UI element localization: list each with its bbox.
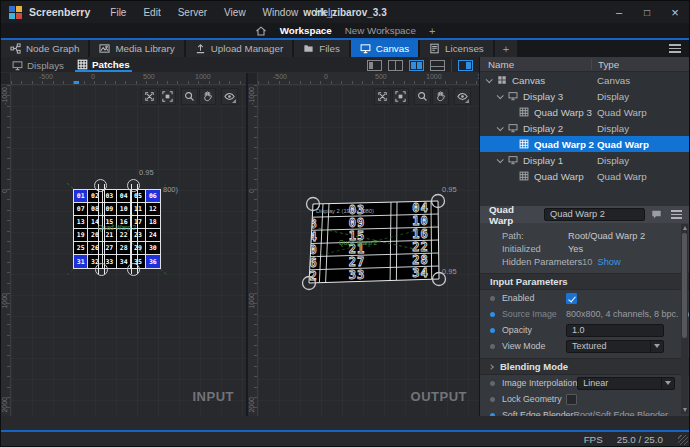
section-title: Input Parameters: [490, 276, 568, 287]
tab-node-graph[interactable]: Node Graph: [1, 40, 88, 57]
display-icon: [508, 155, 518, 165]
output-canvas[interactable]: 03048091041516021226272823334 Display 2 …: [258, 85, 479, 416]
zoom-button[interactable]: [181, 88, 198, 105]
visibility-button[interactable]: [221, 88, 238, 105]
menu-icon[interactable]: [669, 44, 681, 53]
tab-licenses[interactable]: Licenses: [420, 40, 493, 57]
layout-split-view-button[interactable]: [409, 60, 424, 71]
move-warp-button[interactable]: [141, 88, 158, 105]
pattern-cell: 01: [74, 190, 88, 203]
warp-overlay-label: Quad Warp 2: [73, 224, 161, 231]
section-title: Blending Mode: [500, 361, 568, 372]
handle-value-label: 0.95: [442, 267, 457, 276]
comment-icon[interactable]: [650, 208, 663, 221]
menu-file[interactable]: File: [110, 7, 126, 18]
tree-item-quad-warp[interactable]: Quad WarpQuad Warp: [480, 168, 689, 184]
tab-files[interactable]: Files: [294, 40, 349, 57]
fit-view-button[interactable]: [159, 88, 176, 105]
warp-handle[interactable]: [127, 263, 140, 276]
layout-left-panel-button[interactable]: [367, 60, 382, 71]
scroll-up-icon[interactable]: [681, 224, 688, 232]
tree-item-quad-warp-2[interactable]: Quad Warp 2Quad Warp: [480, 136, 689, 152]
pattern-number: 33: [349, 268, 365, 282]
layout-side-panel-button[interactable]: [458, 60, 473, 71]
panel-menu-icon[interactable]: [671, 210, 682, 219]
zoom-button[interactable]: [414, 88, 431, 105]
close-button[interactable]: [661, 1, 689, 23]
tree-item-display-3[interactable]: Display 3Display: [480, 88, 689, 104]
warp-handle[interactable]: [94, 179, 107, 192]
layout-rows-button[interactable]: [430, 60, 445, 71]
ruler-label: -500: [39, 73, 53, 80]
monitor-icon: [360, 43, 371, 54]
fit-view-button[interactable]: [392, 88, 409, 105]
pan-button[interactable]: [432, 88, 449, 105]
scrollbar[interactable]: [681, 224, 688, 414]
ruler-horizontal: -500050010001: [11, 73, 246, 85]
tree-item-canvas[interactable]: CanvasCanvas: [480, 72, 689, 88]
display-icon: [12, 60, 23, 71]
menu-window[interactable]: Window: [263, 7, 299, 18]
scrollbar-thumb[interactable]: [682, 233, 687, 338]
move-warp-button[interactable]: [374, 88, 391, 105]
ruler-label: 0: [91, 73, 95, 80]
maximize-button[interactable]: [633, 1, 661, 23]
status-bar: FPS 25.0 / 25.0: [1, 430, 689, 446]
add-tab-button[interactable]: +: [495, 40, 517, 57]
titlebar: Screenberry FileEditServerViewWindowHelp…: [1, 1, 689, 23]
node-info: Path:Root/Quad Warp 2InitializedYesHidde…: [480, 223, 689, 273]
subtab-displays[interactable]: Displays: [10, 57, 66, 72]
pattern-cell: 26: [88, 242, 102, 255]
pattern-cell: 08: [88, 203, 102, 216]
canvas-subtabs: DisplaysPatches: [1, 57, 132, 72]
tree-item-display-2[interactable]: Display 2Display: [480, 120, 689, 136]
tab-upload-manager[interactable]: Upload Manager: [186, 40, 292, 57]
input-canvas[interactable]: 0102030405060708091011121314151617181920…: [11, 85, 246, 416]
workspace-tab[interactable]: Workspace: [280, 25, 332, 36]
handle-value-label: 0.95: [442, 185, 457, 194]
view-mode-select[interactable]: Textured: [566, 340, 664, 353]
tree-item-quad-warp-3[interactable]: Quad Warp 3Quad Warp: [480, 104, 689, 120]
home-icon[interactable]: [255, 25, 267, 37]
pattern-cell: 25: [74, 242, 88, 255]
warp-handle[interactable]: [95, 263, 108, 276]
chevron-down-icon[interactable]: [486, 76, 493, 83]
enabled-checkbox[interactable]: [566, 293, 577, 304]
menu-edit[interactable]: Edit: [143, 7, 160, 18]
warp-handle[interactable]: [127, 179, 140, 192]
layout-two-columns-button[interactable]: [388, 60, 403, 71]
chevron-down-icon: [650, 341, 663, 352]
section-blending-mode[interactable]: Blending Mode: [480, 358, 689, 375]
workspace-tab[interactable]: New Workspace: [345, 25, 416, 36]
tree-item-display-1[interactable]: Display 1Display: [480, 152, 689, 168]
chevron-down-icon[interactable]: [497, 92, 504, 99]
image-interpolation-select[interactable]: Linear: [577, 377, 675, 390]
folder-icon: [303, 43, 314, 54]
ruler-label: 0: [324, 73, 328, 80]
menu-server[interactable]: Server: [178, 7, 207, 18]
ruler-label: 1000: [248, 293, 255, 309]
minimize-button[interactable]: [605, 1, 633, 23]
scroll-down-icon[interactable]: [681, 406, 688, 414]
tab-media-library[interactable]: Media Library: [90, 40, 183, 57]
add-workspace-button[interactable]: +: [429, 25, 435, 37]
pattern-number: 09: [349, 216, 365, 230]
lock-geometry-checkbox[interactable]: [566, 394, 577, 405]
pan-button[interactable]: [199, 88, 216, 105]
param-row: Lock Geometry: [480, 391, 689, 407]
opacity-input[interactable]: 1.0: [566, 324, 664, 337]
show-link[interactable]: Show: [597, 257, 620, 267]
workspace-bar: WorkspaceNew Workspace +: [1, 23, 689, 40]
subtab-patches[interactable]: Patches: [75, 57, 132, 72]
chevron-down-icon[interactable]: [497, 124, 504, 131]
chevron-down-icon[interactable]: [497, 156, 504, 163]
output-pane-label: OUTPUT: [411, 389, 467, 404]
info-row: InitializedYes: [480, 242, 689, 255]
node-name-input[interactable]: Quad Warp 2: [544, 208, 645, 221]
menu-view[interactable]: View: [224, 7, 246, 18]
visibility-button[interactable]: [454, 88, 471, 105]
section-input-parameters[interactable]: Input Parameters: [480, 273, 689, 290]
tab-canvas[interactable]: Canvas: [351, 40, 418, 57]
soft-edge-blender-value: Root/Soft Edge Blender: [573, 410, 668, 416]
resize-grip[interactable]: [678, 435, 688, 445]
